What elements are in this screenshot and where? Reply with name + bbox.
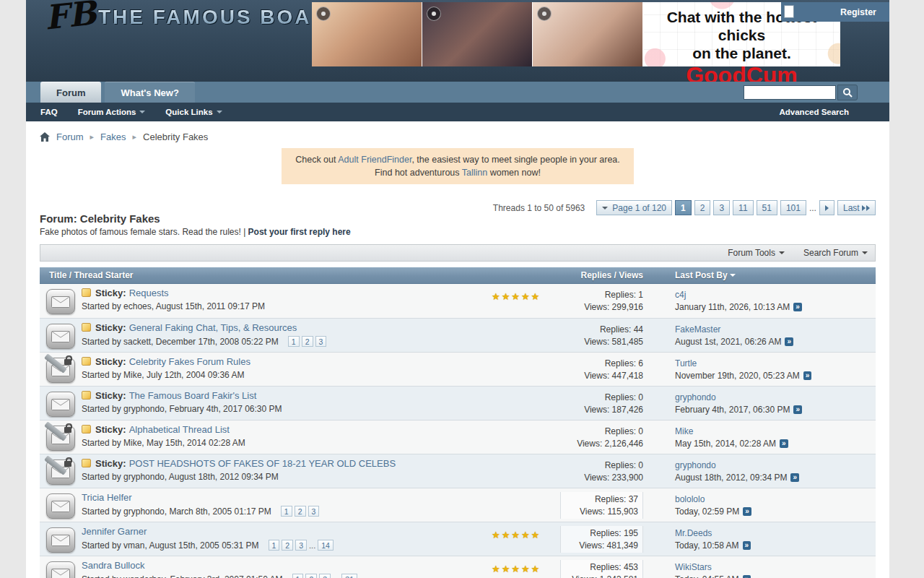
lastpost-user-link[interactable]: gryphondo [675,460,716,470]
lastpost-user-link[interactable]: Mike [675,426,693,436]
lastpost-user-link[interactable]: FakeMaster [675,324,720,335]
search-input[interactable] [744,85,836,100]
go-to-last-post-icon[interactable]: » [785,337,793,346]
breadcrumb-fakes[interactable]: Fakes [100,131,126,142]
search-button[interactable] [837,85,858,100]
mini-page-button[interactable]: 1 [281,506,292,517]
column-last-post-by[interactable]: Last Post By [675,270,876,280]
thread-title-link[interactable]: Jennifer Garner [82,526,147,537]
thread-mini-pagination: 123...31 [290,574,357,578]
page-number-button[interactable]: 51 [757,200,777,215]
banner-ad[interactable]: Chat with the hottest chicks on the plan… [312,2,840,66]
mini-page-button[interactable]: 31 [341,574,357,578]
lastpost-user-link[interactable]: WikiStars [675,562,712,572]
ad-photo-1[interactable] [312,2,422,66]
ad-photo-2[interactable] [422,2,532,66]
go-to-last-post-icon[interactable]: » [793,303,802,311]
mini-page-button[interactable]: 3 [315,336,327,347]
thread-title-link[interactable]: Sandra Bullock [82,560,144,571]
thread-title-link[interactable]: General Faking Chat, Tips, & Resources [129,322,297,333]
threads-count-info: Threads 1 to 50 of 5963 [493,203,585,213]
lastpost-user-link[interactable]: gryphondo [675,392,716,402]
go-to-last-post-icon[interactable]: » [803,371,812,380]
mini-page-button[interactable]: 2 [305,574,317,578]
advanced-search-link[interactable]: Advanced Search [779,108,849,116]
lastpost-user-link[interactable]: bolololo [675,494,705,504]
replies-count: Replies: 6 [560,358,643,370]
thread-rating-cell: ★★★★★ [492,288,560,315]
tab-forum[interactable]: Forum [40,82,101,103]
page-number-button[interactable]: 11 [733,200,753,215]
register-button[interactable]: Register [840,7,876,17]
page-number-button[interactable]: 1 [675,200,692,215]
breadcrumb-separator-icon: ▸ [90,132,95,142]
rating-stars: ★★★★★ [492,530,541,540]
home-icon[interactable] [40,132,50,142]
page-number-button[interactable]: 2 [694,200,711,215]
thread-title-link[interactable]: Requests [129,288,169,298]
lastpost-user-link[interactable]: Mr.Deeds [675,528,712,538]
last-page-button[interactable]: Last [837,200,876,215]
thread-status-cell [40,424,82,451]
forum-tools-menu[interactable]: Forum Tools [728,248,785,258]
login-field-stub[interactable] [784,5,794,18]
last-post-cell: WikiStars Today, 04:55 AM» [675,560,876,578]
first-reply-link[interactable]: Post your first reply here [248,227,351,237]
thread-title-link[interactable]: POST HEADSHOTS OF FAKES OF 18-21 YEAR OL… [129,458,396,469]
mini-page-button[interactable]: 2 [282,540,293,551]
page-number-button[interactable]: 3 [713,200,730,215]
ad-photo-3[interactable] [533,2,642,66]
sticky-note-icon [82,323,91,332]
column-replies-views[interactable]: Replies / Views [495,270,643,280]
mini-page-button[interactable]: 2 [302,336,313,347]
column-title-thread-starter[interactable]: Title / Thread Starter [40,270,495,280]
thread-title-link[interactable]: The Famous Board Fakir's List [129,390,257,401]
thread-row: Sticky:Requests Started by echoes, Augus… [40,284,876,318]
mini-page-button[interactable]: 1 [288,336,300,347]
sticky-note-icon [82,459,91,467]
nav-forum-actions[interactable]: Forum Actions [78,108,146,116]
tallinn-link[interactable]: Tallinn [462,168,487,178]
webcam-icon [427,7,441,21]
page-title: Forum: Celebrity Fakes [40,212,351,225]
mini-page-button[interactable]: 3 [295,540,307,551]
thread-started-text: Started by gryphondo, August 18th, 2012 … [82,472,279,482]
next-page-button[interactable] [819,200,834,215]
mini-page-button[interactable]: 3 [308,506,320,517]
go-to-last-post-icon[interactable]: » [743,507,751,516]
thread-mini-pagination: 123...14 [266,540,334,551]
adult-friendfinder-link[interactable]: Adult FriendFinder [338,155,411,165]
envelope-icon [46,527,75,553]
mini-page-button[interactable]: 2 [295,506,306,517]
breadcrumb-forum[interactable]: Forum [56,131,84,142]
go-to-last-post-icon[interactable]: » [780,439,788,448]
go-to-last-post-icon[interactable]: » [743,575,751,578]
nav-quick-links[interactable]: Quick Links [165,108,222,116]
page-select-button[interactable]: Page 1 of 120 [596,200,672,215]
replies-count: Replies: 0 [560,392,643,404]
forum-description: Fake photos of famous female stars. Read… [40,227,351,237]
thread-title-link[interactable]: Tricia Helfer [82,492,132,503]
lastpost-user-link[interactable]: Turtle [675,358,697,368]
lastpost-user-link[interactable]: c4j [675,290,686,300]
webcam-icon [537,7,552,21]
envelope-icon [46,460,75,485]
replies-count: Replies: 453 [561,561,638,574]
mini-page-button[interactable]: 1 [269,540,280,551]
search-forum-menu[interactable]: Search Forum [803,248,868,258]
page-number-button[interactable]: 101 [780,200,806,215]
thread-started-text: Started by echoes, August 15th, 2011 09:… [82,301,265,311]
mini-page-button[interactable]: 1 [292,574,304,578]
thread-title-link[interactable]: Celebrity Fakes Forum Rules [129,356,250,367]
thread-title-link[interactable]: Alphabetical Thread List [129,424,230,435]
tab-whats-new[interactable]: What's New? [105,82,194,103]
mini-page-button[interactable]: 14 [318,540,334,551]
thread-started-line: Started by echoes, August 15th, 2011 09:… [82,301,487,311]
nav-faq[interactable]: FAQ [40,108,58,116]
mini-page-button[interactable]: 3 [319,574,331,578]
go-to-last-post-icon[interactable]: » [743,541,751,550]
title-pagination-band: Forum: Celebrity Fakes Fake photos of fa… [26,184,889,237]
go-to-last-post-icon[interactable]: » [790,473,799,482]
go-to-last-post-icon[interactable]: » [793,405,802,414]
thread-main-cell: Jennifer Garner Started by vman, August … [82,526,492,553]
